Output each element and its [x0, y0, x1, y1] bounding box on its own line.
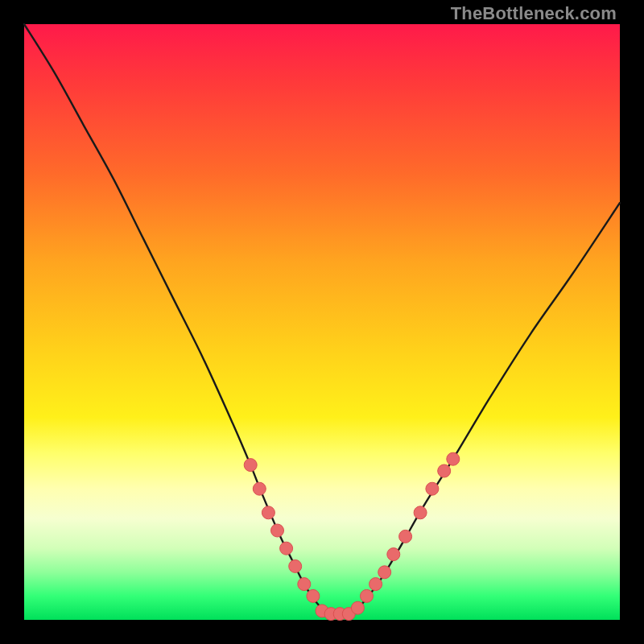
curve-marker: [280, 542, 293, 555]
curve-markers: [244, 452, 460, 620]
curve-marker: [262, 506, 275, 519]
curve-marker: [378, 566, 391, 579]
curve-marker: [399, 530, 412, 543]
curve-marker: [361, 589, 374, 602]
watermark-text: TheBottleneck.com: [451, 3, 617, 24]
curve-marker: [244, 459, 257, 472]
curve-marker: [253, 482, 266, 495]
curve-marker: [414, 506, 427, 519]
chart-stage: { "watermark": { "text": "TheBottleneck.…: [0, 0, 644, 644]
curve-marker: [351, 601, 364, 614]
curve-marker: [289, 559, 302, 572]
curve-marker: [369, 578, 382, 591]
curve-marker: [387, 548, 400, 561]
curve-marker: [447, 452, 460, 465]
chart-overlay: [24, 24, 620, 620]
curve-marker: [271, 524, 284, 537]
curve-marker: [307, 589, 320, 602]
curve-marker: [426, 482, 439, 495]
curve-marker: [298, 578, 311, 591]
curve-marker: [438, 464, 451, 477]
bottleneck-curve: [24, 24, 620, 615]
